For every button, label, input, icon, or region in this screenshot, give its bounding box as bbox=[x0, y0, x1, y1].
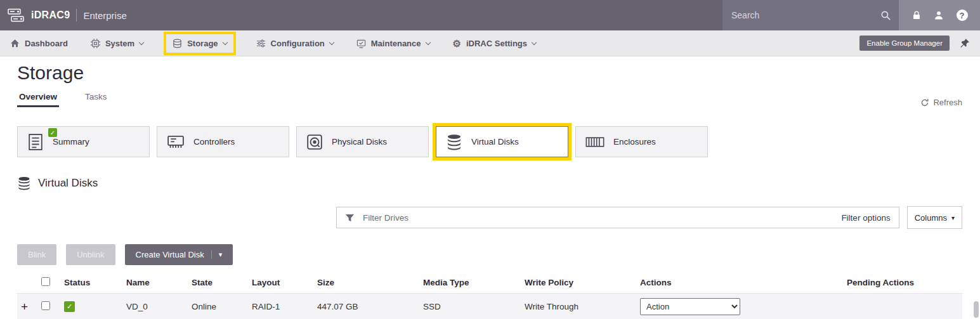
brand: iDRAC9 Enterprise bbox=[0, 0, 722, 30]
brand-divider bbox=[76, 9, 77, 22]
main-nav: Dashboard System Storage bbox=[0, 30, 980, 56]
chevron-down-icon bbox=[222, 39, 227, 44]
topbar-icon-group: ? bbox=[899, 0, 980, 30]
vd-media-type: SSD bbox=[423, 302, 525, 311]
search-input[interactable] bbox=[730, 10, 875, 21]
chip-icon bbox=[91, 39, 100, 48]
column-header-name[interactable]: Name bbox=[126, 278, 192, 287]
card-enclosures[interactable]: Enclosures bbox=[575, 126, 708, 157]
card-label: Controllers bbox=[193, 137, 235, 146]
enable-group-manager-button[interactable]: Enable Group Manager bbox=[859, 36, 950, 51]
idrac-logo-icon bbox=[8, 8, 25, 23]
search-panel bbox=[722, 0, 899, 30]
nav-item-configuration[interactable]: Configuration bbox=[256, 39, 334, 48]
card-summary[interactable]: ✓ Summary bbox=[17, 126, 150, 157]
maintenance-icon bbox=[356, 39, 366, 48]
select-all-checkbox[interactable] bbox=[41, 277, 50, 286]
brand-edition: Enterprise bbox=[83, 10, 126, 21]
row-action-select[interactable]: Action bbox=[640, 298, 740, 315]
column-header-layout[interactable]: Layout bbox=[252, 278, 317, 287]
nav-item-label: System bbox=[105, 39, 134, 48]
nav-item-label: Maintenance bbox=[371, 39, 421, 48]
column-header-status[interactable]: Status bbox=[64, 278, 126, 287]
card-label: Virtual Disks bbox=[471, 137, 519, 146]
search-icon[interactable] bbox=[880, 10, 891, 21]
unblink-button[interactable]: Unblink bbox=[66, 244, 115, 265]
main-content: Storage Overview Tasks Refresh ✓ Summary bbox=[0, 62, 980, 319]
filter-options-button[interactable]: Filter options bbox=[841, 213, 890, 223]
enclosures-icon bbox=[585, 136, 604, 148]
nav-item-storage[interactable]: Storage bbox=[166, 34, 233, 53]
chevron-down-icon bbox=[532, 39, 537, 44]
row-checkbox[interactable] bbox=[41, 301, 50, 310]
column-header-actions[interactable]: Actions bbox=[640, 278, 837, 287]
physical-disks-icon bbox=[306, 134, 323, 150]
column-header-state[interactable]: State bbox=[192, 278, 252, 287]
lock-icon[interactable] bbox=[911, 10, 922, 20]
refresh-icon bbox=[920, 98, 929, 107]
create-virtual-disk-button[interactable]: Create Virtual Disk ▾ bbox=[125, 244, 233, 265]
action-row: Blink Unblink Create Virtual Disk ▾ bbox=[17, 244, 962, 265]
help-icon[interactable]: ? bbox=[957, 10, 968, 21]
nav-item-dashboard[interactable]: Dashboard bbox=[10, 39, 68, 48]
vd-layout: RAID-1 bbox=[252, 302, 317, 311]
refresh-label: Refresh bbox=[933, 98, 962, 107]
tab-tasks[interactable]: Tasks bbox=[83, 86, 109, 107]
column-header-write-policy[interactable]: Write Policy bbox=[525, 278, 640, 287]
pin-icon[interactable] bbox=[960, 38, 970, 48]
virtual-disks-icon bbox=[17, 176, 31, 190]
chevron-down-icon bbox=[329, 39, 334, 44]
columns-button[interactable]: Columns ▾ bbox=[907, 206, 962, 229]
top-bar: iDRAC9 Enterprise ? bbox=[0, 0, 980, 30]
vd-write-policy: Write Through bbox=[525, 302, 640, 311]
filter-drives-input[interactable] bbox=[362, 212, 834, 223]
status-ok-icon: ✓ bbox=[64, 301, 75, 312]
card-controllers[interactable]: Controllers bbox=[157, 126, 289, 157]
funnel-icon bbox=[345, 213, 355, 223]
card-physical-disks[interactable]: Physical Disks bbox=[296, 126, 429, 157]
storage-cards: ✓ Summary Controllers bbox=[17, 126, 962, 157]
nav-item-maintenance[interactable]: Maintenance bbox=[356, 39, 430, 48]
virtual-disks-section-header: Virtual Disks bbox=[17, 176, 962, 190]
filter-box: Filter options bbox=[336, 207, 899, 228]
column-header-pending-actions[interactable]: Pending Actions bbox=[847, 278, 952, 287]
scrollbar-thumb[interactable] bbox=[974, 301, 979, 318]
page-title: Storage bbox=[17, 62, 962, 84]
card-label: Enclosures bbox=[613, 137, 656, 146]
chevron-down-icon bbox=[425, 39, 430, 44]
summary-ok-badge-icon: ✓ bbox=[48, 128, 57, 137]
caret-down-icon: ▾ bbox=[951, 214, 955, 221]
create-virtual-disk-label: Create Virtual Disk bbox=[136, 250, 204, 259]
gear-icon: ⚙ bbox=[453, 39, 461, 48]
columns-label: Columns bbox=[915, 213, 947, 223]
nav-right: Enable Group Manager bbox=[859, 36, 970, 51]
nav-item-label: iDRAC Settings bbox=[466, 39, 527, 48]
filter-row: Filter options Columns ▾ bbox=[336, 207, 962, 229]
card-virtual-disks[interactable]: Virtual Disks bbox=[436, 126, 568, 157]
nav-item-system[interactable]: System bbox=[91, 39, 143, 48]
vd-name: VD_0 bbox=[126, 302, 192, 311]
summary-icon bbox=[27, 133, 44, 151]
storage-icon bbox=[173, 39, 182, 48]
vd-size: 447.07 GB bbox=[317, 302, 423, 311]
refresh-button[interactable]: Refresh bbox=[920, 98, 962, 107]
table-header-row: Status Name State Layout Size Media Type… bbox=[17, 272, 962, 294]
nav-item-idrac-settings[interactable]: ⚙ iDRAC Settings bbox=[453, 39, 537, 48]
tabs-row: Overview Tasks Refresh bbox=[17, 86, 962, 107]
tab-overview[interactable]: Overview bbox=[17, 86, 59, 107]
column-header-size[interactable]: Size bbox=[317, 278, 423, 287]
brand-name: iDRAC9 bbox=[31, 10, 70, 21]
chevron-down-icon bbox=[139, 39, 144, 44]
controllers-icon bbox=[167, 134, 185, 150]
user-icon[interactable] bbox=[934, 10, 944, 20]
section-title: Virtual Disks bbox=[38, 177, 98, 190]
expand-row-button[interactable]: + bbox=[17, 301, 41, 313]
virtual-disks-icon bbox=[446, 134, 462, 150]
nav-item-label: Dashboard bbox=[25, 39, 68, 48]
virtual-disks-table: Status Name State Layout Size Media Type… bbox=[17, 272, 962, 319]
column-header-media-type[interactable]: Media Type bbox=[423, 278, 525, 287]
vd-state: Online bbox=[192, 302, 252, 311]
card-label: Summary bbox=[53, 137, 89, 146]
blink-button[interactable]: Blink bbox=[17, 244, 56, 265]
table-row: + ✓ VD_0 Online RAID-1 447.07 GB SSD Wri… bbox=[17, 294, 962, 319]
